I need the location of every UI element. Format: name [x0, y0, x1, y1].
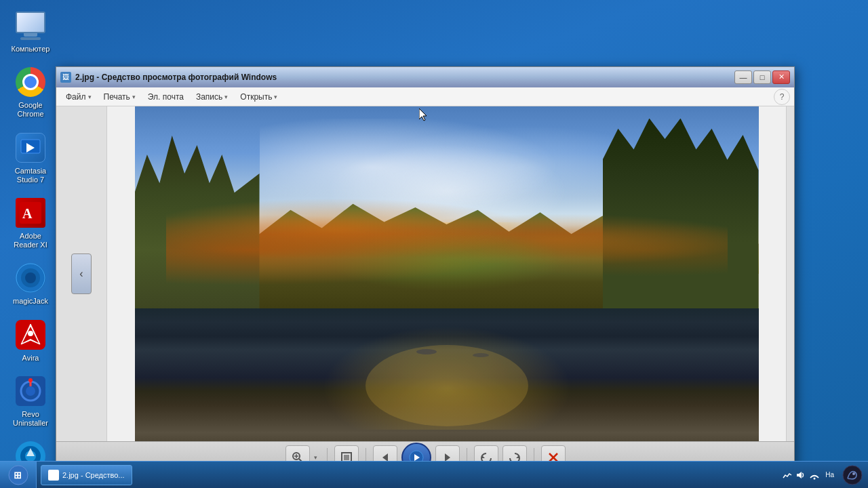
menu-open[interactable]: Открыть ▾: [235, 90, 283, 104]
start-button[interactable]: ⊞: [0, 462, 37, 488]
avira-icon: [14, 319, 47, 351]
desktop-icon-chrome[interactable]: Google Chrome: [7, 63, 54, 121]
desktop: Компьютер Google Chrome Camtasia Studio …: [0, 0, 868, 488]
desktop-icons: Компьютер Google Chrome Camtasia Studio …: [7, 7, 54, 488]
tray-network-icon: [809, 470, 820, 481]
magicjack-icon: [14, 262, 47, 294]
photo-viewer-window-icon: 🖼: [60, 72, 71, 83]
svg-point-13: [28, 378, 33, 382]
close-button[interactable]: ✕: [772, 70, 790, 84]
photo-viewer-titlebar: 🖼 2.jpg - Средство просмотра фотографий …: [56, 67, 794, 87]
menu-file-arrow: ▾: [88, 94, 92, 100]
tray-icon-1: [782, 470, 793, 481]
adobe-icon: A: [14, 197, 47, 229]
tray-time: На: [825, 471, 834, 479]
taskbar-photo-label: 2.jpg - Средство...: [62, 471, 125, 479]
menu-print-arrow: ▾: [132, 94, 136, 100]
menu-file[interactable]: Файл ▾: [60, 90, 97, 104]
svg-rect-28: [344, 455, 349, 460]
menu-print[interactable]: Печать ▾: [98, 90, 141, 104]
photo-viewer-right-panel: [786, 106, 794, 441]
taskbar-photo-icon: 🖼: [48, 470, 59, 481]
displayed-image: [135, 106, 759, 441]
chrome-icon: [14, 66, 47, 98]
svg-point-20: [366, 345, 528, 426]
svg-point-40: [814, 477, 816, 479]
help-button[interactable]: ?: [774, 89, 790, 105]
camtasia-icon: [14, 131, 47, 164]
adobe-label: Adobe Reader XI: [9, 232, 52, 249]
svg-point-8: [28, 331, 33, 336]
svg-point-6: [25, 272, 36, 283]
svg-point-22: [473, 353, 489, 357]
svg-marker-39: [797, 472, 802, 479]
computer-icon: [14, 9, 47, 42]
desktop-icon-avira[interactable]: Avira: [7, 316, 54, 365]
desktop-icon-revo[interactable]: Revo Uninstaller: [7, 372, 54, 430]
photo-viewer-content: ‹: [56, 106, 794, 441]
minimize-button[interactable]: —: [734, 70, 752, 84]
photo-viewer-image-area: [107, 106, 786, 441]
maximize-button[interactable]: □: [753, 70, 771, 84]
svg-point-11: [26, 386, 35, 396]
tray-volume-icon: [795, 470, 806, 481]
svg-marker-29: [382, 453, 388, 462]
menu-open-arrow: ▾: [274, 94, 277, 100]
photo-viewer-window: 🖼 2.jpg - Средство просмотра фотографий …: [56, 66, 795, 473]
photo-viewer-left-panel: ‹: [56, 106, 107, 441]
desktop-icon-adobe[interactable]: A Adobe Reader XI: [7, 194, 54, 252]
photo-viewer-title: 2.jpg - Средство просмотра фотографий Wi…: [75, 73, 730, 82]
camtasia-label: Camtasia Studio 7: [9, 167, 52, 184]
tray-dragon-icon: [842, 465, 863, 485]
menu-record[interactable]: Запись ▾: [191, 90, 233, 104]
taskbar-tray: На: [776, 465, 868, 485]
zoom-arrow: ▾: [314, 454, 317, 461]
titlebar-buttons: — □ ✕: [734, 70, 790, 84]
desktop-icon-magicjack[interactable]: magicJack: [7, 259, 54, 308]
taskbar-items: 🖼 2.jpg - Средство...: [37, 462, 776, 488]
desktop-icon-computer[interactable]: Компьютер: [7, 7, 54, 56]
chrome-label: Google Chrome: [9, 101, 52, 119]
revo-label: Revo Uninstaller: [9, 410, 52, 428]
computer-label: Компьютер: [12, 45, 50, 54]
magicjack-label: magicJack: [13, 297, 48, 306]
revo-icon: [14, 375, 47, 407]
taskbar-photo-viewer[interactable]: 🖼 2.jpg - Средство...: [41, 465, 132, 485]
taskbar: ⊞ 🖼 2.jpg - Средство... На: [0, 461, 868, 488]
menu-email[interactable]: Эл. почта: [142, 90, 189, 104]
photo-viewer-menubar: Файл ▾ Печать ▾ Эл. почта Запись ▾ Откры…: [56, 87, 794, 106]
menu-record-arrow: ▾: [224, 94, 228, 100]
svg-text:⊞: ⊞: [14, 470, 22, 481]
svg-point-41: [843, 466, 862, 485]
svg-point-21: [416, 349, 437, 354]
svg-point-42: [852, 472, 855, 475]
svg-text:A: A: [22, 206, 33, 221]
svg-marker-32: [445, 453, 450, 462]
prev-nav-button[interactable]: ‹: [71, 253, 92, 294]
avira-label: Avira: [22, 354, 39, 363]
desktop-icon-camtasia[interactable]: Camtasia Studio 7: [7, 129, 54, 187]
